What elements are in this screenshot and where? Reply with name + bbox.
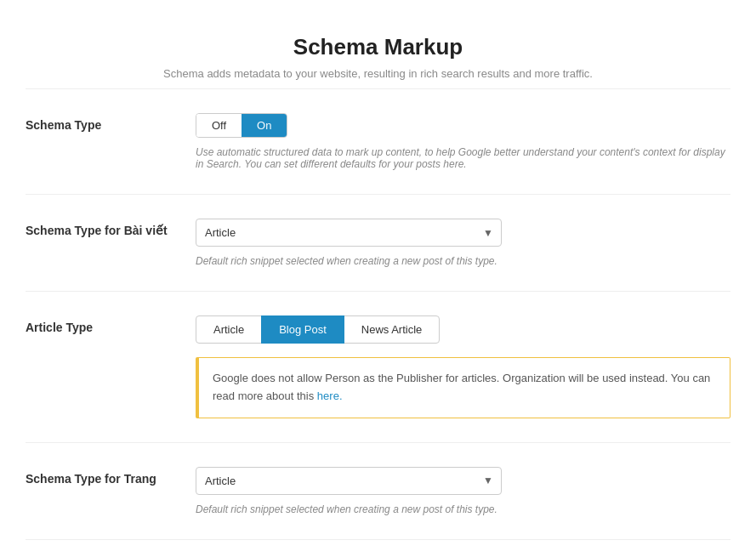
schema-type-bai-viet-label: Schema Type for Bài viết <box>26 219 196 237</box>
warning-text: Google does not allow Person as the Publ… <box>213 372 710 402</box>
schema-type-bai-viet-content: Article Blog Post News Article Book Cour… <box>196 219 730 267</box>
schema-type-bai-viet-hint: Default rich snippet selected when creat… <box>196 255 730 267</box>
article-type-2-section: Article Type Article Blog Post News Arti… <box>26 540 730 557</box>
schema-type-content: Off On Use automatic structured data to … <box>196 113 730 170</box>
article-type-1-warning: Google does not allow Person as the Publ… <box>196 357 730 418</box>
schema-type-label: Schema Type <box>26 113 196 132</box>
schema-type-toggle-group: Off On <box>196 113 287 138</box>
article-type-1-section: Article Type Article Blog Post News Arti… <box>26 292 730 443</box>
schema-type-trang-label: Schema Type for Trang <box>26 467 196 486</box>
schema-type-bai-viet-select[interactable]: Article Blog Post News Article Book Cour… <box>196 219 502 247</box>
schema-type-section: Schema Type Off On Use automatic structu… <box>26 89 730 195</box>
page-header: Schema Markup Schema adds metadata to yo… <box>26 17 730 89</box>
schema-type-hint: Use automatic structured data to mark up… <box>196 146 730 170</box>
article-type-1-content: Article Blog Post News Article Google do… <box>196 315 730 418</box>
schema-type-trang-select[interactable]: Article Blog Post News Article Book Cour… <box>196 467 502 495</box>
article-type-1-label: Article Type <box>26 315 196 334</box>
schema-type-trang-section: Schema Type for Trang Article Blog Post … <box>26 443 730 540</box>
schema-type-bai-viet-section: Schema Type for Bài viết Article Blog Po… <box>26 195 730 292</box>
schema-type-bai-viet-select-wrapper: Article Blog Post News Article Book Cour… <box>196 219 502 247</box>
schema-type-trang-content: Article Blog Post News Article Book Cour… <box>196 467 730 515</box>
warning-link[interactable]: here. <box>317 389 343 402</box>
schema-type-on-button[interactable]: On <box>242 114 287 137</box>
schema-type-trang-select-wrapper: Article Blog Post News Article Book Cour… <box>196 467 502 495</box>
page-subtitle: Schema adds metadata to your website, re… <box>26 67 730 80</box>
page-title: Schema Markup <box>26 34 730 60</box>
article-type-1-newsarticle-button[interactable]: News Article <box>344 315 441 344</box>
article-type-1-group: Article Blog Post News Article <box>196 315 730 344</box>
schema-type-off-button[interactable]: Off <box>196 114 242 137</box>
article-type-1-article-button[interactable]: Article <box>196 315 262 344</box>
article-type-1-blogpost-button[interactable]: Blog Post <box>261 315 344 344</box>
schema-type-trang-hint: Default rich snippet selected when creat… <box>196 503 730 515</box>
